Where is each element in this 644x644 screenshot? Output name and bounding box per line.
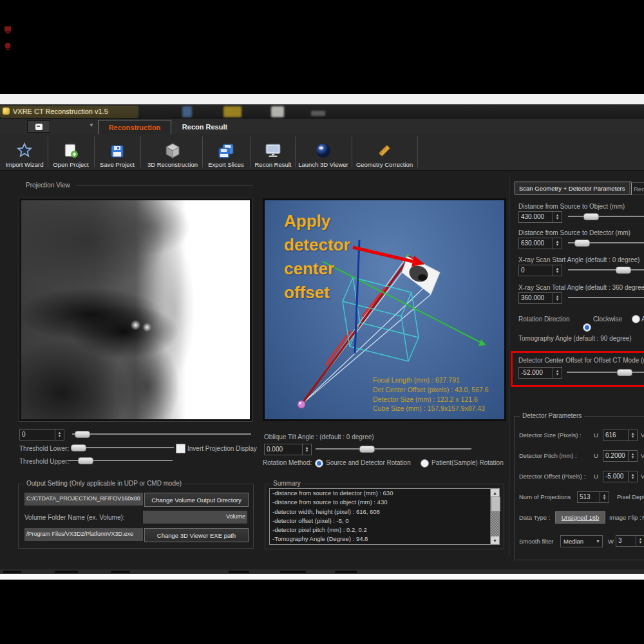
geometry-correction-button[interactable]: Geometry Correction [354,136,415,168]
frame-spinner[interactable]: 0 ▲▼ [19,429,64,440]
scroll-up-icon[interactable]: ▲ [491,489,499,497]
invert-projection-checkbox[interactable] [176,444,185,453]
scan-total-angle-slider[interactable] [568,294,644,301]
rotation-method-radio-patient[interactable] [421,459,429,468]
smooth-filter-dropdown[interactable]: Median ▼ [560,535,603,547]
detector-center-offset-spinner[interactable]: -52.000 ▲▼ [518,367,562,379]
spinner-value: 3 [616,536,636,546]
slider-handle[interactable] [583,213,599,220]
tab-recon-result[interactable]: Recon Result [171,120,238,133]
rotation-direction-radio-anticlockwise[interactable] [632,315,640,323]
volume-folder-input[interactable]: Volume [143,511,247,524]
taskbar-item [229,571,249,573]
spinner-arrows-icon[interactable]: ▲▼ [600,492,609,502]
num-projections-spinner[interactable]: 513 ▲▼ [577,491,609,503]
detector-pitch-u-spinner[interactable]: 0.2000 ▲▼ [603,450,638,462]
slider-handle[interactable] [75,431,90,438]
taskbar-item [335,571,357,573]
toolbar-divider [250,137,251,167]
output-setting-title: Output Setting (Only applicable in UDP o… [24,480,184,487]
taskbar-item [3,571,21,573]
detector-size-u-spinner[interactable]: 616 ▲▼ [603,430,638,441]
summary-scrollbar[interactable]: ▲ ▼ [490,489,499,544]
spinner-arrows-icon[interactable]: ▲▼ [628,451,637,461]
rotation-method-option-source: Source and Detector Rotation [326,459,411,466]
source-detector-spinner[interactable]: 630.000 ▲▼ [518,238,562,249]
image-flip-label: Image Flip : [609,514,641,521]
summary-list[interactable]: -distance from source to detector (mm) :… [269,488,500,545]
3d-reconstruction-button[interactable]: 3D Reconstruction [143,136,202,168]
spinner-arrows-icon[interactable]: ▲▼ [553,238,562,249]
spinner-arrows-icon[interactable]: ▲▼ [553,212,562,222]
tab-scan-geometry[interactable]: Scan Geometry + Detector Parameters [515,182,632,194]
oblique-tilt-spinner[interactable]: 0.000 ▲▼ [264,444,312,455]
slider-track [568,297,644,298]
screen: VXRE CT Reconstruction v1.5 ▼ Reconstruc… [0,0,644,644]
window-top-edge [0,94,644,105]
slider-handle[interactable] [71,444,86,451]
detector-offset-u-spinner[interactable]: -5.000 ▲▼ [603,471,638,482]
change-viewer-exe-button[interactable]: Change 3D Viewer EXE path [144,528,249,542]
import-wizard-button[interactable]: Import Wizard [4,136,45,168]
floppy-disk-icon [109,144,125,159]
scan-start-angle-slider[interactable] [568,266,644,274]
geometry-3d-view[interactable]: Apply detector center offset Focal Lengt… [263,198,506,421]
open-project-button[interactable]: Open Project [50,136,91,168]
v-label: V [641,452,644,459]
tomography-angle-label: Tomography Angle (default : 90 degree) [518,335,632,342]
slider-handle[interactable] [616,267,631,274]
tab-reconstruction[interactable]: Reconstruction [98,120,171,134]
source-object-spinner[interactable]: 430.000 ▲▼ [518,211,562,223]
rotation-direction-radio-clockwise[interactable] [583,323,591,332]
scroll-down-icon[interactable]: ▼ [491,536,499,544]
viewer-exe-field[interactable]: /Program Files/VX3D2/PlatformVX3D.exe [24,528,143,541]
chevron-down-icon[interactable]: ▼ [89,123,94,128]
pixel-depth-label: Pixel Depth [617,493,644,500]
taskbar-item [111,571,130,573]
slider-handle[interactable] [574,240,590,247]
detector-center-offset-slider[interactable] [567,368,644,376]
slider-handle[interactable] [617,369,632,376]
desktop-icon[interactable] [4,43,12,51]
spinner-arrows-icon[interactable]: ▲▼ [553,265,562,276]
launch-3d-viewer-button[interactable]: Launch 3D Viewer [298,136,349,168]
rotation-method-radio-source[interactable] [315,459,323,468]
spinner-arrows-icon[interactable]: ▲▼ [302,444,311,455]
slider-handle[interactable] [78,457,93,464]
scan-start-angle-spinner[interactable]: 0 ▲▼ [518,265,562,276]
frame-slider[interactable] [72,430,251,438]
change-output-directory-button[interactable]: Change Volume Output Directory [144,493,249,507]
threshold-upper-slider[interactable] [68,457,173,464]
spinner-arrows-icon[interactable]: ▲▼ [636,536,644,546]
spinner-arrows-icon[interactable]: ▲▼ [628,471,637,482]
spinner-arrows-icon[interactable]: ▲▼ [55,430,64,440]
tab-recon[interactable]: Recon [629,182,644,195]
spinner-arrows-icon[interactable]: ▲▼ [553,368,562,378]
output-directory-field[interactable]: C:/CTDATA_PROJECTION_RF/FOV160x80 [24,493,143,506]
toolbar: Import Wizard Open Project Save Project … [0,134,644,171]
save-project-button[interactable]: Save Project [97,136,138,168]
spinner-arrows-icon[interactable]: ▲▼ [628,430,637,440]
projection-xray-image[interactable] [19,198,252,421]
slider-handle[interactable] [359,446,375,453]
recon-result-button[interactable]: Recon Result [252,136,294,168]
panel-divider [509,175,509,555]
rotation-direction-option-anticlockwise: A [641,316,644,323]
oblique-tilt-slider[interactable] [316,445,471,453]
quick-access-button[interactable] [27,120,50,133]
desktop-icon[interactable] [4,26,12,34]
rotation-direction-option-clockwise: Clockwise [593,316,622,323]
projection-view-title: Projection View [26,182,70,189]
param-label: Distance from Source to Detector (mm) [518,229,630,236]
threshold-lower-slider[interactable] [71,444,174,451]
scrollbar-thumb[interactable] [491,497,500,512]
scan-total-angle-spinner[interactable]: 360.000 ▲▼ [518,292,562,304]
export-slices-button[interactable]: Export Slices [205,136,247,168]
source-detector-slider[interactable] [568,239,644,247]
spinner-arrows-icon[interactable]: ▲▼ [553,293,562,303]
data-type-button[interactable]: Unsigned 16b [555,511,605,524]
source-object-slider[interactable] [568,213,644,220]
w-spinner[interactable]: 3 ▲▼ [616,535,644,547]
note-icon [35,124,43,130]
summary-line: -distance from source to detector (mm) :… [270,489,499,498]
